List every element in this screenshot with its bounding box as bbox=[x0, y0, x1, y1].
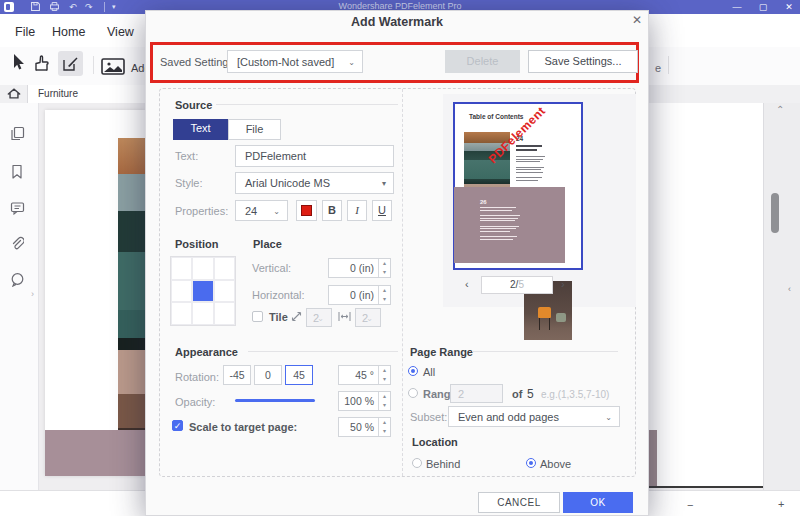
minimize-button[interactable]: — bbox=[729, 0, 745, 14]
scale-stepper[interactable]: 50 % ▴▾ bbox=[338, 417, 391, 437]
font-style-dropdown[interactable]: Arial Unicode MS ▾ bbox=[235, 172, 394, 194]
bold-button[interactable]: B bbox=[322, 200, 342, 221]
text-label: Text: bbox=[175, 150, 198, 162]
preview-page-indicator[interactable]: 2/5 bbox=[481, 276, 553, 294]
location-above-radio[interactable] bbox=[526, 458, 536, 468]
bookmark-icon[interactable] bbox=[10, 164, 24, 180]
chat-icon[interactable] bbox=[10, 272, 25, 287]
tile-checkbox[interactable] bbox=[252, 311, 263, 322]
spin-up-icon[interactable]: ▴ bbox=[379, 259, 390, 268]
save-settings-button[interactable]: Save Settings... bbox=[528, 50, 638, 73]
page-range-value: 2 bbox=[458, 388, 464, 400]
appearance-header: Appearance bbox=[175, 346, 238, 358]
location-behind-radio[interactable] bbox=[412, 458, 422, 468]
tab-furniture[interactable]: Furniture bbox=[27, 85, 147, 103]
cancel-button[interactable]: CANCEL bbox=[478, 492, 560, 513]
maximize-button[interactable]: ▢ bbox=[755, 0, 771, 14]
watermark-text-value: PDFelement bbox=[245, 150, 306, 162]
italic-button[interactable]: I bbox=[347, 200, 367, 221]
rotation-0-button[interactable]: 0 bbox=[254, 365, 282, 385]
spin-up-icon[interactable]: ▴ bbox=[379, 286, 390, 295]
edit-tool-button[interactable] bbox=[58, 51, 83, 76]
location-behind-label: Behind bbox=[426, 458, 460, 470]
rotation-label: Rotation: bbox=[175, 371, 219, 383]
menu-file[interactable]: File bbox=[15, 25, 35, 39]
subset-dropdown[interactable]: Even and odd pages ⌄ bbox=[448, 406, 620, 427]
opacity-slider[interactable] bbox=[235, 399, 315, 402]
place-header: Place bbox=[253, 238, 282, 250]
menu-home[interactable]: Home bbox=[52, 25, 85, 39]
page-range-all-radio[interactable] bbox=[408, 366, 418, 376]
vertical-offset-value: 0 (in) bbox=[329, 259, 378, 277]
dialog-close-icon[interactable]: ✕ bbox=[630, 13, 644, 27]
spin-up-icon[interactable]: ▴ bbox=[379, 418, 390, 427]
rotation-stepper[interactable]: 45 ° ▴▾ bbox=[338, 365, 391, 385]
source-tab-file[interactable]: File bbox=[228, 119, 281, 140]
close-window-button[interactable]: ✕ bbox=[781, 0, 797, 14]
saved-settings-value: [Custom-Not saved] bbox=[237, 56, 334, 68]
spin-down-icon[interactable]: ▾ bbox=[379, 375, 390, 384]
scrollbar-thumb[interactable] bbox=[771, 193, 779, 233]
opacity-stepper[interactable]: 100 % ▴▾ bbox=[338, 391, 391, 411]
font-size-dropdown[interactable]: 24 ⌄ bbox=[235, 200, 288, 221]
home-tab-icon[interactable] bbox=[7, 87, 21, 100]
saved-settings-dropdown[interactable]: [Custom-Not saved] ⌄ bbox=[227, 50, 363, 73]
style-label: Style: bbox=[175, 177, 203, 189]
ok-button[interactable]: OK bbox=[563, 492, 633, 513]
app-window: ↶ ↷ ▾ Wondershare PDFelement Pro — ▢ ✕ F… bbox=[0, 0, 800, 516]
vertical-label: Vertical: bbox=[252, 262, 291, 274]
attachment-icon[interactable] bbox=[10, 236, 24, 252]
horizontal-offset-stepper[interactable]: 0 (in) ▴▾ bbox=[328, 285, 391, 305]
thumbnails-icon[interactable] bbox=[10, 126, 25, 141]
menu-view[interactable]: View bbox=[107, 25, 134, 39]
preview-prev-icon[interactable]: ‹ bbox=[465, 278, 469, 290]
chevron-down-icon: ⌄ bbox=[348, 57, 355, 66]
comment-icon[interactable] bbox=[10, 201, 25, 215]
position-grid[interactable] bbox=[170, 256, 236, 326]
spin-down-icon[interactable]: ▾ bbox=[379, 295, 390, 304]
source-tab-text[interactable]: Text bbox=[173, 119, 228, 140]
chevron-down-icon: ▾ bbox=[382, 179, 386, 188]
hand-tool-icon[interactable] bbox=[33, 54, 50, 72]
spin-up-icon[interactable]: ▴ bbox=[379, 366, 390, 375]
zoom-out-icon[interactable]: − bbox=[687, 499, 693, 511]
horizontal-label: Horizontal: bbox=[252, 289, 305, 301]
subset-value: Even and odd pages bbox=[458, 411, 559, 423]
zoom-in-icon[interactable]: + bbox=[778, 498, 784, 510]
select-tool-icon[interactable] bbox=[10, 53, 27, 72]
dialog-column-divider bbox=[402, 89, 403, 476]
tile-vertical-dropdown: 2 ⌄ bbox=[306, 308, 332, 327]
left-sidebar: › bbox=[0, 103, 39, 516]
spin-up-icon[interactable]: ▴ bbox=[379, 392, 390, 401]
font-color-button[interactable] bbox=[296, 200, 317, 221]
tab-furniture-label: Furniture bbox=[38, 88, 78, 99]
spin-down-icon[interactable]: ▾ bbox=[379, 268, 390, 277]
vertical-offset-stepper[interactable]: 0 (in) ▴▾ bbox=[328, 258, 391, 278]
page-range-header: Page Range bbox=[410, 346, 473, 358]
spin-down-icon[interactable]: ▾ bbox=[379, 401, 390, 410]
add-image-icon[interactable] bbox=[101, 58, 125, 75]
source-divider bbox=[216, 104, 398, 105]
sidebar-expand-icon[interactable]: › bbox=[31, 289, 34, 299]
page-range-range-radio[interactable] bbox=[408, 388, 418, 398]
vertical-scrollbar[interactable] bbox=[763, 103, 800, 516]
scale-checkbox[interactable]: ✓ bbox=[172, 420, 183, 431]
spin-down-icon[interactable]: ▾ bbox=[379, 427, 390, 436]
page-range-hint: e.g.(1,3.5,7-10) bbox=[541, 389, 609, 400]
document-color-block bbox=[45, 430, 145, 476]
total-pages-value: 5 bbox=[527, 387, 534, 401]
horizontal-spacing-icon bbox=[338, 311, 351, 322]
position-grid-selected-cell[interactable] bbox=[192, 280, 213, 303]
watermark-text-input[interactable]: PDFelement bbox=[235, 145, 394, 167]
panel-collapse-icon[interactable]: ‹ bbox=[788, 284, 791, 294]
ribbon-collapse-icon[interactable]: ⌃ bbox=[776, 104, 784, 115]
font-style-value: Arial Unicode MS bbox=[245, 177, 330, 189]
underline-button[interactable]: U bbox=[372, 200, 392, 221]
preview-next-icon[interactable]: › bbox=[561, 278, 565, 290]
rotation-45-button[interactable]: 45 bbox=[285, 365, 313, 385]
dialog-title: Add Watermark bbox=[145, 15, 649, 29]
rotation-neg45-button[interactable]: -45 bbox=[223, 365, 251, 385]
document-color-block-right bbox=[649, 430, 657, 486]
chevron-down-icon: ⌄ bbox=[273, 206, 280, 215]
location-header: Location bbox=[412, 436, 458, 448]
